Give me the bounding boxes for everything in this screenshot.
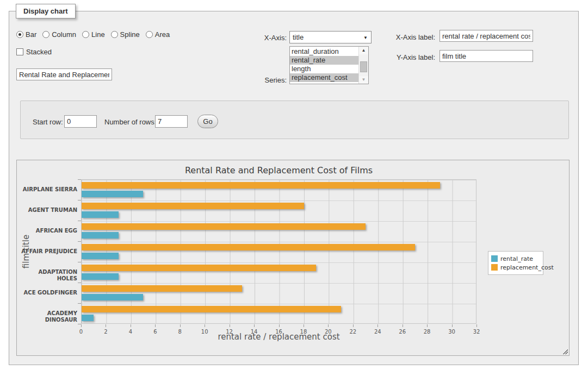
x-tick-label: 24 [369,329,386,335]
rental_rate-bar[interactable] [82,253,119,259]
category-label: AFFAIR PREJUDICE [17,248,77,255]
rental_rate-bar[interactable] [82,294,143,300]
x-tick-label: 6 [147,329,163,335]
replacement_cost-bar[interactable] [82,306,341,312]
chart-container: Rental Rate and Replacement Cost of Film… [16,160,570,356]
y-axis-tick [78,200,81,200]
chart-type-option-area[interactable]: Area [146,30,170,39]
legend-color-swatch [491,255,498,262]
go-button[interactable]: Go [197,115,218,128]
resize-handle-icon[interactable] [562,348,568,354]
series-listbox[interactable]: rental_durationrental_ratelengthreplacem… [289,46,369,84]
rental_rate-bar[interactable] [82,232,119,239]
x-tick-label: 10 [196,329,213,335]
replacement_cost-bar[interactable] [82,244,415,250]
x-tick-label: 0 [73,329,89,335]
rental_rate-bar[interactable] [82,273,119,280]
radio-button-icon[interactable] [82,31,89,38]
replacement_cost-bar[interactable] [82,203,304,209]
series-option-length[interactable]: length [290,65,358,73]
x-tick-label: 22 [345,329,361,335]
x-tick-label: 16 [271,329,287,335]
chevron-down-icon: ▼ [363,35,368,40]
x-tick-label: 14 [246,329,262,335]
start-row-input[interactable] [64,115,97,128]
x-axis-tick [279,324,280,327]
x-tick-label: 18 [295,329,312,335]
x-axis-tick [328,324,329,327]
x-tick-label: 8 [172,329,188,335]
rental_rate-bar[interactable] [82,211,119,218]
x-tick-label: 2 [97,329,114,335]
x-axis-tick [81,324,82,327]
chart-type-option-bar[interactable]: Bar [16,30,36,39]
rental_rate-bar[interactable] [82,191,143,197]
x-axis-tick [106,324,106,327]
legend-item-replacement_cost[interactable]: replacement_cost [491,263,540,272]
x-tick-label: 26 [394,329,411,335]
chart-type-radio-group: BarColumnLineSplineArea [16,30,170,39]
x-axis-tick [304,324,304,327]
chart-title-input[interactable] [16,68,112,80]
chart-type-option-spline[interactable]: Spline [111,30,140,39]
x-axis-tick [205,324,205,327]
stacked-checkbox[interactable] [16,48,23,55]
stacked-option: Stacked [16,48,52,56]
rental_rate-bar[interactable] [82,315,94,321]
y-axis-tick [78,283,81,283]
series-listbox-label: Series: [243,76,287,84]
x-tick-label: 30 [444,329,460,335]
scroll-down-icon[interactable]: ▼ [359,76,368,84]
x-axis-tick [230,324,230,327]
radio-button-icon[interactable] [146,31,153,38]
series-option-replacement_cost[interactable]: replacement_cost [290,73,358,82]
category-label: ACADEMY DINOSAUR [17,310,77,323]
series-option-rental_rate[interactable]: rental_rate [290,56,358,65]
y-axis-tick [78,303,81,304]
y-axis-tick [78,262,81,262]
stacked-label: Stacked [26,48,52,56]
x-tick-label: 32 [468,329,485,335]
x-axis-select[interactable]: title ▼ [289,31,372,43]
y-axis-tick [78,179,81,180]
x-axis-tick [403,324,403,327]
number-of-rows-input[interactable] [155,115,188,128]
scrollbar-thumb[interactable] [360,61,367,72]
x-axis-tick [353,324,354,327]
x-axis-tick [131,324,131,327]
y-axis-title-input[interactable] [440,50,533,62]
chart-type-option-column[interactable]: Column [42,30,76,39]
x-axis-tick [452,324,453,327]
x-axis-tick [476,324,477,327]
y-axis-tick [78,221,81,221]
scrollbar-track[interactable] [359,54,368,76]
replacement_cost-bar[interactable] [82,223,366,230]
x-axis-select-label: X-Axis: [243,34,287,42]
chart-type-label: Spline [120,30,140,39]
series-option-rental_duration[interactable]: rental_duration [290,47,358,56]
series-scrollbar[interactable]: ▲ ▼ [358,47,368,84]
replacement_cost-bar[interactable] [82,182,440,189]
x-axis-tick [427,324,428,327]
plot-area [81,179,476,324]
x-tick-label: 28 [419,329,435,335]
x-axis-tick [180,324,181,327]
x-axis-selected-value: title [293,33,304,41]
x-axis-tick [254,324,255,327]
radio-button-icon[interactable] [16,31,23,38]
replacement_cost-bar[interactable] [82,285,242,292]
category-label: AGENT TRUMAN [17,207,77,214]
chart-type-label: Bar [26,30,36,39]
x-axis-title-input[interactable] [440,30,533,42]
replacement_cost-bar[interactable] [82,265,316,271]
series-options: rental_durationrental_ratelengthreplacem… [290,47,358,84]
legend-item-rental_rate[interactable]: rental_rate [491,254,540,263]
chart-type-label: Column [52,30,76,39]
radio-button-icon[interactable] [42,31,49,38]
chart-type-option-line[interactable]: Line [82,30,105,39]
scroll-up-icon[interactable]: ▲ [359,47,368,54]
row-range-box [20,101,569,139]
radio-button-icon[interactable] [111,31,118,38]
chart-type-label: Area [155,30,170,39]
start-row-label: Start row: [33,118,63,126]
